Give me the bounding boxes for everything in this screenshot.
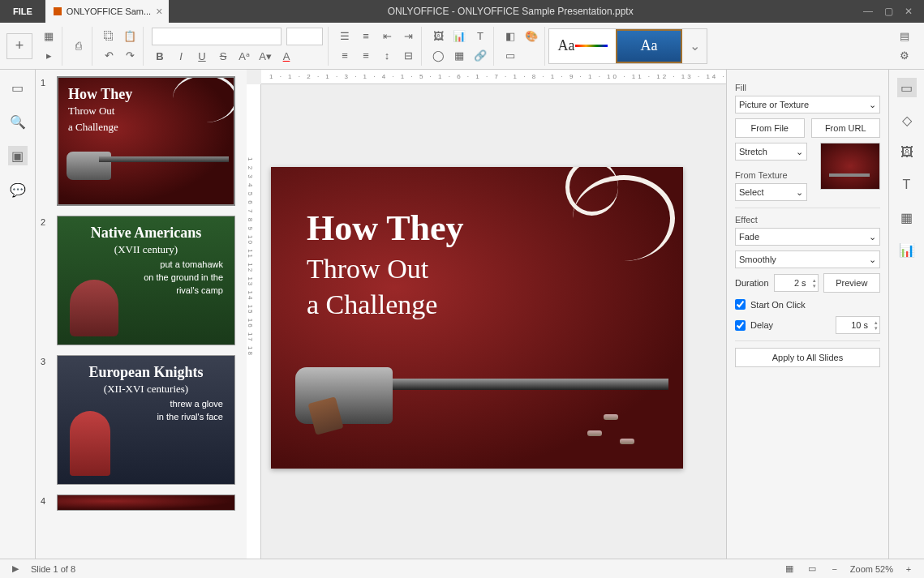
effect-select[interactable]: Fade⌄: [735, 228, 880, 246]
table-icon[interactable]: ▦: [451, 48, 467, 64]
effect-subtype-select[interactable]: Smoothly⌄: [735, 250, 880, 268]
close-tab-icon[interactable]: ×: [156, 5, 162, 18]
chevron-down-icon: ⌄: [796, 187, 803, 198]
numbered-icon[interactable]: ≡: [358, 28, 374, 45]
align-vert-icon[interactable]: ⊟: [400, 48, 416, 64]
from-file-button[interactable]: From File: [735, 118, 805, 138]
fill-type-select[interactable]: Picture or Texture⌄: [735, 96, 880, 113]
font-size-select[interactable]: [286, 28, 323, 45]
paste-icon[interactable]: 📋: [122, 28, 138, 45]
shape-settings-icon[interactable]: ◇: [897, 110, 917, 130]
thumb-number: 2: [41, 216, 52, 345]
thumbnail-4[interactable]: [57, 495, 235, 511]
chevron-down-icon: ⌄: [869, 255, 876, 265]
fit-width-icon[interactable]: ▭: [805, 562, 819, 576]
color-scheme-icon[interactable]: 🎨: [523, 28, 539, 45]
textbox-icon[interactable]: T: [472, 28, 488, 45]
from-url-button[interactable]: From URL: [811, 118, 881, 138]
delay-checkbox[interactable]: [735, 320, 746, 331]
zoom-out-icon[interactable]: −: [827, 562, 842, 576]
play-icon[interactable]: ▸: [41, 48, 57, 64]
layout-icon[interactable]: ▦: [41, 28, 57, 45]
stretch-select[interactable]: Stretch⌄: [735, 143, 807, 161]
start-slideshow-icon[interactable]: ▶: [8, 562, 23, 576]
close-icon[interactable]: ✕: [905, 6, 913, 17]
comments-panel-icon[interactable]: ▣: [8, 146, 28, 165]
statusbar: ▶ Slide 1 of 8 ▦ ▭ − Zoom 52% +: [0, 559, 924, 578]
view-settings-icon[interactable]: ▤: [896, 28, 913, 45]
font-color-icon[interactable]: A: [278, 49, 294, 65]
align-center-icon[interactable]: ≡: [358, 48, 374, 64]
slides-panel-icon[interactable]: ▭: [8, 78, 28, 97]
theme-option-1[interactable]: Aa: [549, 29, 616, 63]
toolbar: + ▦ ▸ ⎙ ⿻ 📋 ↶ ↷ B I U S Aᵃ: [0, 23, 924, 70]
left-toolstrip: ▭ 🔍 ▣ 💬: [0, 70, 36, 559]
texture-select[interactable]: Select⌄: [735, 183, 807, 201]
duration-spinner[interactable]: 2 s: [774, 274, 819, 292]
chevron-down-icon: ⌄: [869, 100, 876, 110]
thumbnail-1[interactable]: How They Throw Out a Challenge: [57, 76, 235, 206]
undo-icon[interactable]: ↶: [101, 48, 117, 64]
preview-button[interactable]: Preview: [823, 273, 880, 293]
fit-slide-icon[interactable]: ▦: [782, 562, 797, 576]
horizontal-ruler: 1 · 1 · 2 · 1 · 3 · 1 · 4 · 1 · 5 · 1 · …: [261, 70, 726, 84]
redo-icon[interactable]: ↷: [122, 48, 138, 64]
chart-icon[interactable]: 📊: [451, 28, 467, 45]
chart-settings-icon[interactable]: 📊: [897, 240, 917, 259]
delay-spinner[interactable]: 10 s: [836, 316, 880, 334]
thumb-title: European Knights: [58, 356, 234, 381]
underline-icon[interactable]: U: [194, 49, 210, 65]
shape-icon[interactable]: ◯: [430, 48, 446, 64]
bullets-icon[interactable]: ☰: [337, 28, 353, 45]
start-on-click-checkbox[interactable]: [735, 299, 746, 310]
thumb-number: 1: [41, 76, 52, 206]
thumbnail-3[interactable]: European Knights (XII-XVI centuries) thr…: [57, 355, 235, 485]
bullet-graphic: [620, 439, 634, 444]
chat-icon[interactable]: 💬: [8, 180, 28, 199]
vertical-ruler: 1 2 3 4 5 6 7 8 9 10 11 12 13 14 15 16 1…: [247, 84, 261, 559]
theme-dropdown-icon[interactable]: ⌄: [682, 29, 707, 63]
swirl-decoration: [173, 76, 235, 122]
copy-icon[interactable]: ⿻: [101, 28, 117, 45]
document-tab[interactable]: ONLYOFFICE Sam... ×: [45, 0, 170, 23]
eraser-icon[interactable]: ◧: [502, 28, 518, 45]
image-icon[interactable]: 🖼: [430, 28, 446, 45]
fill-label: Fill: [735, 83, 880, 92]
fill-preview: [820, 143, 880, 190]
strike-icon[interactable]: S: [215, 49, 231, 65]
bullet-graphic: [587, 430, 602, 436]
window-title: ONLYOFFICE - ONLYOFFICE Sample Presentat…: [169, 6, 852, 17]
zoom-in-icon[interactable]: +: [901, 562, 916, 576]
font-family-select[interactable]: [152, 28, 281, 45]
add-slide-button[interactable]: +: [6, 33, 32, 59]
theme-gallery[interactable]: Aa Aa ⌄: [548, 28, 707, 64]
table-settings-icon[interactable]: ▦: [897, 208, 917, 227]
maximize-icon[interactable]: ▢: [884, 6, 893, 17]
indent-icon[interactable]: ⇥: [400, 28, 416, 45]
text-settings-icon[interactable]: T: [897, 175, 917, 195]
theme-option-2[interactable]: Aa: [616, 29, 682, 63]
slide-settings-icon[interactable]: ▭: [897, 78, 917, 97]
settings-gear-icon[interactable]: ⚙: [896, 48, 913, 64]
chevron-down-icon: ⌄: [869, 232, 876, 242]
hyperlink-icon[interactable]: 🔗: [472, 48, 488, 64]
minimize-icon[interactable]: —: [863, 6, 873, 17]
line-spacing-icon[interactable]: ↕: [379, 48, 395, 64]
subscript-icon[interactable]: A▾: [257, 49, 273, 65]
thumb-number: 4: [41, 495, 52, 511]
delay-label: Delay: [750, 320, 773, 330]
tomahawk-graphic: [70, 280, 118, 336]
file-menu[interactable]: FILE: [0, 0, 45, 23]
image-settings-icon[interactable]: 🖼: [897, 143, 917, 162]
print-icon[interactable]: ⎙: [71, 38, 87, 54]
align-left-icon[interactable]: ≡: [337, 48, 353, 64]
superscript-icon[interactable]: Aᵃ: [236, 49, 252, 65]
slide-size-icon[interactable]: ▭: [502, 48, 518, 64]
italic-icon[interactable]: I: [173, 49, 189, 65]
search-icon[interactable]: 🔍: [8, 112, 28, 131]
main-slide[interactable]: How They Throw Out a Challenge: [271, 167, 683, 469]
bold-icon[interactable]: B: [152, 49, 168, 65]
apply-all-button[interactable]: Apply to All Slides: [735, 348, 880, 367]
thumbnail-2[interactable]: Native Americans (XVII century) put a to…: [57, 216, 235, 345]
outdent-icon[interactable]: ⇤: [379, 28, 395, 45]
